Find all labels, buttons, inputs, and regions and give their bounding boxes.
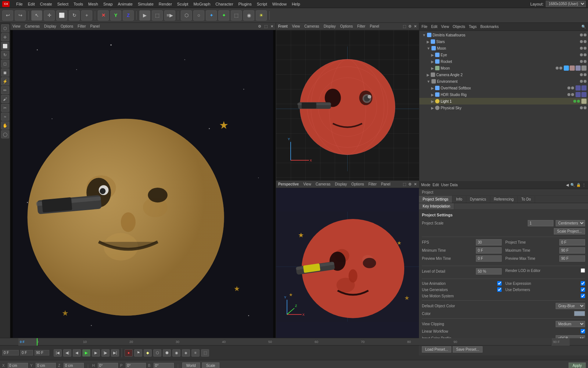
attrs-userdata[interactable]: User Data — [441, 183, 458, 187]
tl-motion1[interactable]: ⬡ — [153, 349, 161, 357]
proj-time-input[interactable] — [559, 239, 585, 245]
rotate-tool[interactable]: ↻ — [69, 10, 80, 21]
dot-vis[interactable] — [580, 73, 583, 76]
expand-icon[interactable]: ▶ — [431, 106, 434, 110]
select-tool[interactable]: ↖ — [31, 10, 42, 21]
front-vp-view[interactable]: View — [292, 24, 300, 28]
tl-prev-frame[interactable]: ◀ — [73, 349, 81, 357]
obj-mgr-view[interactable]: View — [441, 25, 449, 29]
x-input[interactable] — [8, 363, 28, 368]
tl-next-key[interactable]: |▶ — [101, 349, 110, 357]
menu-edit[interactable]: Edit — [28, 2, 35, 6]
dot-vis[interactable] — [580, 60, 583, 63]
fps-input[interactable] — [476, 239, 502, 245]
undo-button[interactable]: ↩ — [2, 10, 13, 21]
obj-row-eye[interactable]: ▶ Eye — [419, 52, 588, 58]
attrs-search[interactable]: 🔍 — [570, 183, 575, 187]
persp-vp-icon-expand[interactable]: ⬚ — [403, 182, 406, 186]
dot-render[interactable] — [571, 86, 574, 89]
persp-vp-display[interactable]: Display — [335, 182, 347, 186]
menu-mograph[interactable]: MoGraph — [193, 2, 210, 6]
vp-icon-2[interactable]: ⬚ — [264, 24, 268, 28]
menu-snap[interactable]: Snap — [103, 2, 113, 6]
linear-workflow-checkbox[interactable] — [581, 329, 585, 333]
dot-vis[interactable] — [556, 67, 559, 70]
menu-character[interactable]: Character — [215, 2, 233, 6]
poly-mode-btn[interactable]: ✦ — [206, 10, 217, 21]
max-time-input[interactable] — [559, 247, 585, 254]
menu-help[interactable]: Help — [292, 2, 300, 6]
obj-mgr-edit[interactable]: Edit — [431, 25, 437, 29]
dot-vis[interactable] — [580, 53, 583, 56]
view-clipping-select[interactable]: Medium Small Large — [556, 321, 585, 327]
tab-project-settings[interactable]: Project Settings — [419, 196, 452, 203]
expand-icon[interactable]: ▼ — [427, 79, 430, 84]
main-viewport[interactable]: View Cameras Display Options Filter Pane… — [10, 23, 276, 338]
tl-current-frame[interactable] — [2, 350, 19, 355]
obj-row-rocket[interactable]: ▶ Rocket — [419, 58, 588, 65]
perspective-btn[interactable]: ⬡ — [181, 10, 192, 21]
render-preview[interactable]: ▶ — [139, 10, 150, 21]
dot-vis[interactable] — [567, 86, 570, 89]
prev-max-input[interactable] — [559, 255, 585, 262]
use-anim-checkbox[interactable] — [497, 281, 502, 286]
menu-render[interactable]: Render — [159, 2, 172, 6]
menu-select[interactable]: Select — [57, 2, 69, 6]
front-vp-panel[interactable]: Panel — [370, 24, 379, 28]
tl-playhead[interactable] — [37, 338, 37, 346]
front-viewport[interactable]: Front View Cameras Display Options Filte… — [276, 23, 419, 181]
expand-icon[interactable]: ▶ — [431, 86, 434, 90]
main-vp-cameras[interactable]: Cameras — [25, 24, 40, 28]
use-expr-checkbox[interactable] — [581, 281, 585, 286]
dot-vis[interactable] — [580, 40, 583, 43]
tl-end-frame[interactable] — [35, 350, 49, 355]
scale-btn[interactable]: Scale — [202, 362, 219, 368]
expand-icon[interactable]: ▶ — [431, 93, 434, 97]
lt-brush[interactable]: ✏ — [1, 86, 9, 94]
attrs-arrow[interactable]: ◀ — [566, 183, 569, 187]
persp-vp-filter[interactable]: Filter — [369, 182, 377, 186]
front-vp-icon-settings[interactable]: ⚙ — [408, 24, 412, 28]
tl-record[interactable]: ● — [125, 349, 133, 357]
persp-vp-panel[interactable]: Panel — [381, 182, 391, 186]
expand-icon[interactable]: ▶ — [427, 73, 430, 77]
obj-name-moon2[interactable]: Moon — [441, 66, 556, 70]
obj-row-moon2[interactable]: ▶ Moon — [419, 65, 588, 71]
obj-name-environment[interactable]: Environment — [437, 79, 580, 84]
obj-name-physky[interactable]: Physical Sky — [441, 106, 580, 110]
obj-name-stars[interactable]: Stars — [436, 40, 580, 44]
subtab-key-interp[interactable]: Key Interpolation — [419, 203, 454, 209]
obj-mgr-objects[interactable]: Objects — [453, 25, 465, 29]
expand-icon[interactable]: ▶ — [427, 40, 430, 44]
dot-render[interactable] — [584, 106, 587, 109]
tab-dynamics[interactable]: Dynamics — [466, 196, 490, 203]
obj-name-light1[interactable]: Light 1 — [441, 99, 573, 103]
render-lod-checkbox[interactable] — [581, 268, 585, 273]
obj-name-camera[interactable]: Camera Angle 2 — [436, 73, 580, 77]
dot-vis[interactable] — [580, 33, 583, 36]
dot-vis[interactable] — [580, 106, 583, 109]
tl-first-frame[interactable]: |◀ — [54, 349, 62, 357]
obj-name[interactable]: Dimitris Katsafouros — [433, 33, 580, 37]
tab-todo[interactable]: To Do — [518, 196, 535, 203]
project-scale-unit[interactable]: Centimeters Meters Inches — [556, 220, 585, 226]
dot-render[interactable] — [584, 73, 587, 76]
main-vp-panel[interactable]: Panel — [90, 24, 100, 28]
use-motion-checkbox[interactable] — [581, 294, 585, 298]
obj-mgr-file[interactable]: File — [422, 25, 427, 29]
color-swatch[interactable] — [574, 311, 585, 316]
attrs-more[interactable]: ⋮ — [582, 183, 586, 187]
dot-vis[interactable] — [567, 93, 570, 96]
dot-vis[interactable] — [580, 80, 583, 83]
persp-viewport[interactable]: Perspective View Cameras Display Options… — [276, 181, 419, 338]
search-icon[interactable]: 🔍 — [581, 25, 586, 29]
apply-btn[interactable]: Apply — [569, 362, 586, 368]
use-gen-checkbox[interactable] — [497, 287, 502, 292]
menu-sculpt[interactable]: Sculpt — [177, 2, 189, 6]
attrs-lock[interactable]: 🔒 — [576, 183, 581, 187]
move-tool[interactable]: ✛ — [44, 10, 55, 21]
menu-window[interactable]: Window — [272, 2, 287, 6]
tab-referencing[interactable]: Referencing — [490, 196, 518, 203]
p-input[interactable] — [126, 363, 146, 368]
menu-create[interactable]: Create — [40, 2, 52, 6]
